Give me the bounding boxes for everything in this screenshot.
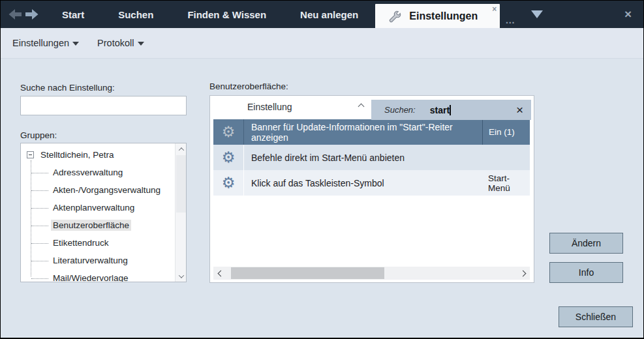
tab-start[interactable]: Start: [45, 1, 101, 28]
setting-value: Start-Menü: [488, 173, 530, 193]
tree-branch-line: [31, 208, 48, 209]
tree-root-item[interactable]: Stelltdichein, Petra: [21, 146, 175, 164]
back-arrow-icon[interactable]: [8, 8, 22, 20]
tree-item-literaturverwaltung[interactable]: Literaturverwaltung: [21, 252, 175, 269]
tree-item-akten-vorgangsverwaltung[interactable]: Akten-/Vorgangsverwaltung: [21, 181, 175, 199]
search-close-icon[interactable]: ×: [516, 104, 523, 116]
collapse-minus-icon[interactable]: [27, 151, 34, 158]
setting-value: Ein (1): [489, 127, 515, 137]
table-rows: ⚙ Banner für Update-Informationen im "St…: [213, 119, 530, 196]
tree-item-etikettendruck[interactable]: Etikettendruck: [21, 234, 175, 252]
scroll-down-icon[interactable]: [176, 271, 187, 282]
tab-overflow-dots[interactable]: …: [500, 14, 522, 28]
tree-item-label: Literaturverwaltung: [51, 255, 130, 266]
table-row-banner-update[interactable]: ⚙ Banner für Update-Informationen im "St…: [213, 119, 530, 145]
scroll-up-icon[interactable]: [176, 143, 187, 155]
setting-name: Banner für Update-Informationen im "Star…: [251, 122, 482, 143]
settings-window: Start Suchen Finden & Wissen Neu anlegen…: [0, 0, 644, 339]
active-tab-label: Einstellungen: [409, 10, 478, 22]
history-navigation: [1, 1, 45, 28]
tab-neu-anlegen[interactable]: Neu anlegen: [283, 1, 375, 28]
search-setting-label: Suche nach Einstellung:: [20, 83, 115, 93]
schliessen-button[interactable]: Schließen: [559, 306, 633, 327]
table-row-befehle-startmenu[interactable]: ⚙ Befehle direkt im Start-Menü anbieten: [213, 145, 530, 170]
table-section-label: Benutzeroberfläche:: [209, 81, 288, 91]
menu-protokoll[interactable]: Protokoll: [97, 38, 144, 48]
wrench-icon: [387, 9, 403, 25]
menu-einstellungen-label: Einstellungen: [12, 38, 69, 48]
tree-item-label: Akten-/Vorgangsverwaltung: [51, 184, 162, 196]
gear-icon: ⚙: [222, 150, 236, 165]
table-search-value[interactable]: start: [430, 105, 451, 115]
setting-icon-cell: ⚙: [213, 170, 243, 196]
table-search-label: Suchen:: [384, 105, 416, 115]
horizontal-scrollbar[interactable]: [213, 267, 530, 280]
setting-name: Klick auf das Taskleisten-Symbol: [251, 178, 384, 188]
tree-item-label: Adressverwaltung: [51, 167, 125, 178]
horizontal-scrollbar-thumb[interactable]: [231, 267, 384, 279]
menu-protokoll-label: Protokoll: [97, 38, 134, 48]
chevron-down-icon: [138, 42, 144, 46]
setting-name: Befehle direkt im Start-Menü anbieten: [251, 153, 405, 163]
tree-item-adressverwaltung[interactable]: Adressverwaltung: [21, 164, 175, 181]
tree-branch-line: [31, 261, 48, 261]
tree-branch-line: [31, 243, 48, 244]
window-close-icon[interactable]: ×: [613, 7, 643, 22]
groups-tree: Stelltdichein, Petra Adressverwaltung Ak…: [20, 143, 187, 282]
tab-suchen[interactable]: Suchen: [101, 1, 170, 28]
chevron-down-icon: [72, 42, 79, 46]
tab-list-dropdown-icon[interactable]: [531, 10, 543, 18]
search-setting-input[interactable]: [20, 96, 187, 115]
tree-item-aktenplanverwaltung[interactable]: Aktenplanverwaltung: [21, 199, 175, 216]
settings-table: Einstellung Suchen: start × ⚙ Banner für…: [209, 95, 534, 283]
tree-item-label: Aktenplanverwaltung: [51, 202, 136, 213]
table-row-klick-taskleiste[interactable]: ⚙ Klick auf das Taskleisten-Symbol Start…: [213, 170, 530, 196]
text-cursor: [450, 105, 451, 115]
tab-finden-wissen[interactable]: Finden & Wissen: [170, 1, 283, 28]
table-search-box[interactable]: Suchen: start ×: [371, 100, 531, 120]
tree-branch-line: [31, 278, 48, 279]
forward-arrow-icon[interactable]: [25, 8, 38, 20]
tree-branch-line: [31, 173, 48, 173]
tree-item-label: Etikettendruck: [51, 237, 111, 248]
menu-bar: Einstellungen Protokoll: [1, 28, 643, 59]
tab-bar: Start Suchen Finden & Wissen Neu anlegen…: [1, 1, 643, 28]
content-area: Suche nach Einstellung: Gruppen: Stelltd…: [1, 59, 643, 338]
tree-item-label: Benutzeroberfläche: [51, 220, 131, 231]
tree-scrollbar-thumb[interactable]: [176, 155, 186, 213]
sort-ascending-icon: [358, 104, 365, 110]
info-button[interactable]: Info: [549, 262, 623, 283]
scroll-left-icon[interactable]: [213, 267, 228, 280]
tab-close-icon[interactable]: ×: [492, 5, 497, 13]
aendern-button[interactable]: Ändern: [549, 233, 623, 254]
tree-branch-line: [31, 226, 48, 226]
setting-icon-cell: ⚙: [213, 145, 243, 170]
tree-item-benutzeroberflaeche-selected[interactable]: Benutzeroberfläche: [21, 216, 175, 234]
scroll-right-icon[interactable]: [515, 267, 530, 280]
table-header[interactable]: Einstellung Suchen: start ×: [210, 96, 534, 119]
groups-label: Gruppen:: [20, 130, 57, 140]
tree-item-mail-wiedervorlage[interactable]: Mail/Wiedervorlage: [21, 269, 175, 282]
tab-einstellungen-active[interactable]: Einstellungen ×: [375, 4, 500, 28]
column-header-einstellung[interactable]: Einstellung: [247, 102, 292, 112]
menu-einstellungen[interactable]: Einstellungen: [12, 38, 79, 48]
gear-icon: ⚙: [222, 175, 236, 190]
tree-item-label: Mail/Wiedervorlage: [51, 273, 130, 282]
tree-branch-line: [31, 190, 48, 191]
tree-root-label: Stelltdichein, Petra: [38, 149, 116, 160]
tree-scrollbar[interactable]: [175, 143, 186, 282]
setting-icon-cell: ⚙: [213, 119, 243, 145]
gear-icon: ⚙: [222, 125, 236, 140]
